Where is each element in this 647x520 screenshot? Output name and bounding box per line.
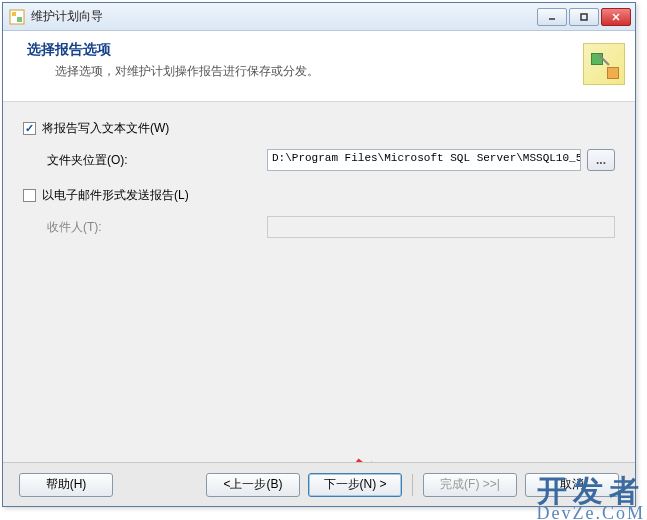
svg-rect-1 [12,12,16,16]
svg-rect-4 [581,14,587,20]
recipient-row: 收件人(T): [47,216,615,238]
email-report-row: 以电子邮件形式发送报告(L) [23,187,615,204]
cancel-button[interactable]: 取消 [525,473,619,497]
folder-label: 文件夹位置(O): [47,152,267,169]
wizard-header: 选择报告选项 选择选项，对维护计划操作报告进行保存或分发。 [3,31,635,102]
app-icon [9,9,25,25]
page-subtitle: 选择选项，对维护计划操作报告进行保存或分发。 [55,63,565,80]
window-title: 维护计划向导 [31,8,537,25]
separator [412,474,413,496]
next-button[interactable]: 下一步(N) > [308,473,402,497]
titlebar: 维护计划向导 [3,3,635,31]
email-report-checkbox[interactable] [23,189,36,202]
wizard-footer: 帮助(H) <上一步(B) 下一步(N) > 完成(F) >>| 取消 [3,462,635,506]
svg-rect-2 [17,17,22,22]
header-icon [565,37,625,91]
page-title: 选择报告选项 [27,41,565,59]
close-button[interactable] [601,8,631,26]
write-report-label[interactable]: 将报告写入文本文件(W) [42,120,169,137]
help-button[interactable]: 帮助(H) [19,473,113,497]
minimize-button[interactable] [537,8,567,26]
wizard-window: 维护计划向导 选择报告选项 选择选项，对维护计划操作报告进行保存或分发。 将报告… [2,2,636,507]
write-report-checkbox[interactable] [23,122,36,135]
recipient-input [267,216,615,238]
email-report-label[interactable]: 以电子邮件形式发送报告(L) [42,187,189,204]
window-controls [537,8,631,26]
folder-row: 文件夹位置(O): D:\Program Files\Microsoft SQL… [47,149,615,171]
write-report-row: 将报告写入文本文件(W) [23,120,615,137]
finish-button: 完成(F) >>| [423,473,517,497]
browse-button[interactable]: ... [587,149,615,171]
wizard-content: 将报告写入文本文件(W) 文件夹位置(O): D:\Program Files\… [3,102,635,480]
maximize-button[interactable] [569,8,599,26]
back-button[interactable]: <上一步(B) [206,473,300,497]
recipient-label: 收件人(T): [47,219,267,236]
folder-input[interactable]: D:\Program Files\Microsoft SQL Server\MS… [267,149,581,171]
